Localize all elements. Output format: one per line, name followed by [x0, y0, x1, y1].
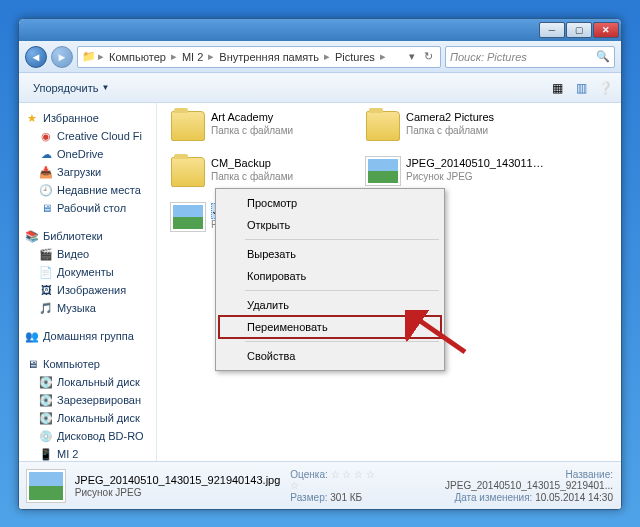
organize-button[interactable]: Упорядочить▼	[27, 79, 115, 97]
breadcrumb-item[interactable]: Pictures	[332, 51, 378, 63]
folder-icon: 📁	[82, 50, 96, 64]
image-thumbnail-icon	[366, 157, 400, 185]
libraries-header[interactable]: 📚Библиотеки	[21, 227, 154, 245]
bd-icon: 💿	[39, 429, 53, 443]
search-input[interactable]: Поиск: Pictures 🔍	[445, 46, 615, 68]
sidebar-item[interactable]: ☁OneDrive	[21, 145, 154, 163]
disk-icon: 💽	[39, 375, 53, 389]
titlebar[interactable]: ─ ▢ ✕	[19, 19, 621, 41]
separator	[245, 290, 439, 291]
images-icon: 🖼	[39, 283, 53, 297]
music-icon: 🎵	[39, 301, 53, 315]
disk-icon: 💽	[39, 393, 53, 407]
address-bar: ◄ ► 📁 ▸ Компьютер▸ MI 2▸ Внутренняя памя…	[19, 41, 621, 73]
documents-icon: 📄	[39, 265, 53, 279]
folder-item[interactable]: CM_BackupПапка с файлами	[167, 153, 357, 191]
ctx-properties[interactable]: Свойства	[219, 345, 441, 367]
sidebar-item[interactable]: 📥Загрузки	[21, 163, 154, 181]
preview-pane-icon[interactable]: ▥	[573, 80, 589, 96]
sidebar-item[interactable]: 🕘Недавние места	[21, 181, 154, 199]
homegroup-header[interactable]: 👥Домашняя группа	[21, 327, 154, 345]
video-icon: 🎬	[39, 247, 53, 261]
sidebar-item[interactable]: 🖼Изображения	[21, 281, 154, 299]
sidebar-item[interactable]: 🖥Рабочий стол	[21, 199, 154, 217]
sidebar-item[interactable]: 📱MI 2	[21, 445, 154, 461]
search-icon[interactable]: 🔍	[596, 50, 610, 63]
view-options-icon[interactable]: ▦	[549, 80, 565, 96]
breadcrumb-item[interactable]: MI 2	[179, 51, 206, 63]
sidebar-item[interactable]: 🎵Музыка	[21, 299, 154, 317]
ctx-view[interactable]: Просмотр	[219, 192, 441, 214]
breadcrumb-item[interactable]: Компьютер	[106, 51, 169, 63]
separator	[245, 341, 439, 342]
window-controls: ─ ▢ ✕	[539, 22, 619, 38]
toolbar: Упорядочить▼ ▦ ▥ ❔	[19, 73, 621, 103]
ctx-rename[interactable]: Переименовать	[219, 316, 441, 338]
downloads-icon: 📥	[39, 165, 53, 179]
details-filename: JPEG_20140510_143015_921940143.jpg	[75, 474, 281, 486]
close-button[interactable]: ✕	[593, 22, 619, 38]
libraries-icon: 📚	[25, 229, 39, 243]
onedrive-icon: ☁	[39, 147, 53, 161]
navigation-pane: ★Избранное ◉Creative Cloud Fi ☁OneDrive …	[19, 103, 157, 461]
search-placeholder: Поиск: Pictures	[450, 51, 527, 63]
maximize-button[interactable]: ▢	[566, 22, 592, 38]
separator	[245, 239, 439, 240]
ctx-open[interactable]: Открыть	[219, 214, 441, 236]
disk-icon: 💽	[39, 411, 53, 425]
folder-item[interactable]: Camera2 PicturesПапка с файлами	[362, 107, 552, 145]
details-type: Рисунок JPEG	[75, 487, 281, 498]
cc-icon: ◉	[39, 129, 53, 143]
sidebar-item[interactable]: 📄Документы	[21, 263, 154, 281]
sidebar-item[interactable]: 💽Локальный диск	[21, 373, 154, 391]
favorites-header[interactable]: ★Избранное	[21, 109, 154, 127]
details-pane: JPEG_20140510_143015_921940143.jpg Рисун…	[19, 461, 621, 509]
image-thumbnail-icon	[171, 203, 205, 231]
breadcrumb-item[interactable]: Внутренняя память	[216, 51, 322, 63]
details-thumbnail-icon	[27, 470, 65, 502]
help-icon[interactable]: ❔	[597, 80, 613, 96]
folder-icon	[366, 111, 400, 141]
sidebar-item[interactable]: ◉Creative Cloud Fi	[21, 127, 154, 145]
sidebar-item[interactable]: 💽Зарезервирован	[21, 391, 154, 409]
minimize-button[interactable]: ─	[539, 22, 565, 38]
forward-button[interactable]: ►	[51, 46, 73, 68]
image-item[interactable]: JPEG_20140510_143011_-1468319931.jpgРису…	[362, 153, 552, 189]
history-dropdown-icon[interactable]: ▾	[404, 50, 420, 63]
folder-item[interactable]: Art AcademyПапка с файлами	[167, 107, 357, 145]
context-menu: Просмотр Открыть Вырезать Копировать Уда…	[215, 188, 445, 371]
computer-icon: 🖥	[25, 357, 39, 371]
ctx-copy[interactable]: Копировать	[219, 265, 441, 287]
star-icon: ★	[25, 111, 39, 125]
folder-icon	[171, 157, 205, 187]
refresh-icon[interactable]: ↻	[420, 50, 436, 63]
folder-icon	[171, 111, 205, 141]
back-button[interactable]: ◄	[25, 46, 47, 68]
sidebar-item[interactable]: 💿Дисковод BD-RO	[21, 427, 154, 445]
sidebar-item[interactable]: 🎬Видео	[21, 245, 154, 263]
ctx-cut[interactable]: Вырезать	[219, 243, 441, 265]
device-icon: 📱	[39, 447, 53, 461]
computer-header[interactable]: 🖥Компьютер	[21, 355, 154, 373]
breadcrumb[interactable]: 📁 ▸ Компьютер▸ MI 2▸ Внутренняя память▸ …	[77, 46, 441, 68]
recent-icon: 🕘	[39, 183, 53, 197]
homegroup-icon: 👥	[25, 329, 39, 343]
sidebar-item[interactable]: 💽Локальный диск	[21, 409, 154, 427]
ctx-delete[interactable]: Удалить	[219, 294, 441, 316]
desktop-icon: 🖥	[39, 201, 53, 215]
